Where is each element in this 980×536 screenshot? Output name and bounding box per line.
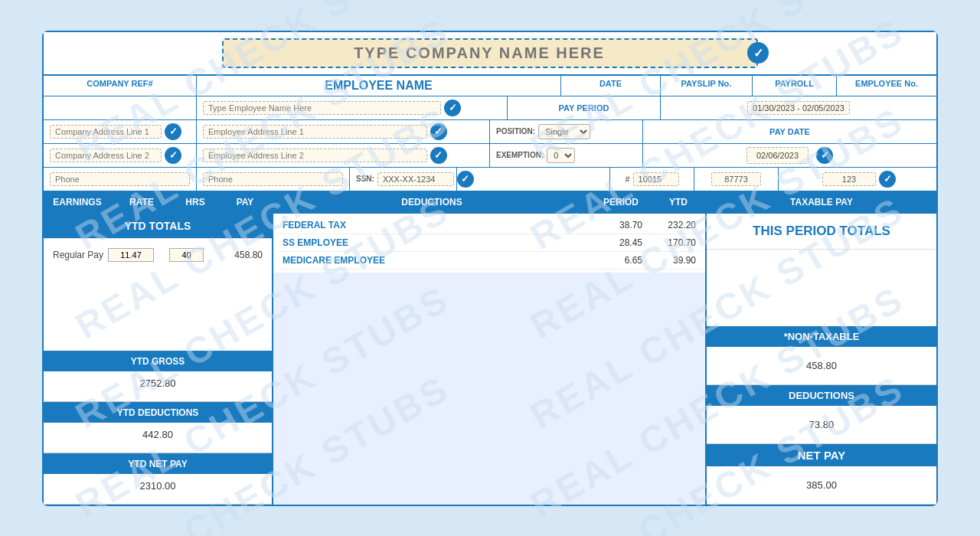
medicare-employee-row: MEDICARE EMPLOYEE 6.65 39.90 — [276, 252, 702, 270]
earning-rate-cell[interactable] — [108, 248, 169, 262]
info-row-3: ✓ ✓ EXEMPTION: 0 1 2 02/06/2023 ✓ — [44, 144, 936, 168]
col-date: DATE — [561, 76, 661, 96]
pay-period-label-cell: PAY PERIOD — [508, 96, 661, 119]
employee-no-cell[interactable]: ✓ — [779, 168, 939, 191]
employee-addr2-cell[interactable]: ✓ — [197, 144, 490, 167]
company-phone-input[interactable] — [50, 172, 190, 186]
employee-addr1-check: ✓ — [430, 123, 447, 140]
this-period-totals-label: THIS PERIOD TOTALS — [707, 214, 936, 250]
info-row-1: ✓ PAY PERIOD 01/30/2023 - 02/05/2023 — [44, 96, 936, 120]
payslip-hash-cell: # — [610, 168, 694, 191]
center-empty-area — [273, 273, 705, 505]
pay-date-label-cell: PAY DATE — [643, 120, 936, 143]
employee-addr2-input[interactable] — [203, 149, 427, 162]
company-name-input[interactable] — [222, 38, 758, 68]
deductions-header-row: DEDUCTIONS PERIOD YTD — [273, 192, 707, 212]
ytd-deductions-label: YTD DEDUCTIONS — [44, 402, 272, 423]
employee-addr1-cell[interactable]: ✓ — [197, 120, 490, 143]
info-row-4: SSN: ✓ # ✓ — [44, 168, 936, 191]
this-period-totals-text: THIS PERIOD TOTALS — [713, 223, 930, 240]
company-addr1-cell[interactable]: ✓ — [44, 120, 197, 143]
position-label-cell: POSITION: Single Married — [490, 120, 643, 143]
pay-date-value: 02/06/2023 — [746, 147, 808, 164]
left-spacer — [44, 284, 272, 351]
right-column: THIS PERIOD TOTALS *NON-TAXABLE 458.80 D… — [707, 214, 936, 505]
col-company-ref: COMPANY REF# — [44, 76, 197, 96]
rate-col-header: RATE — [111, 192, 172, 212]
earnings-row-1: Regular Pay 458.80 — [47, 245, 269, 265]
deductions-data-area: FEDERAL TAX 38.70 232.20 SS EMPLOYEE 28.… — [273, 214, 705, 273]
deductions-total-section: DEDUCTIONS 73.80 — [707, 385, 936, 444]
employee-addr1-input[interactable] — [203, 125, 427, 139]
company-name-check-icon: ✓ — [747, 42, 769, 64]
federal-tax-ytd: 232.20 — [642, 220, 696, 230]
ytd-deductions-value: 442.80 — [44, 423, 272, 453]
company-name-wrapper: ✓ — [222, 38, 758, 68]
info-row-2: ✓ ✓ POSITION: Single Married PAY DATE — [44, 120, 936, 144]
rate-input[interactable] — [108, 248, 154, 262]
medicare-employee-label: MEDICARE EMPLOYEE — [283, 255, 581, 266]
federal-tax-row: FEDERAL TAX 38.70 232.20 — [276, 217, 702, 234]
ytd-net-pay-label: YTD NET PAY — [44, 453, 272, 474]
employee-phone-cell[interactable] — [197, 168, 350, 191]
employee-name-cell[interactable]: ✓ — [197, 96, 508, 119]
info-section: ✓ PAY PERIOD 01/30/2023 - 02/05/2023 ✓ ✓… — [44, 96, 936, 192]
federal-tax-label: FEDERAL TAX — [283, 220, 581, 230]
exemption-select[interactable]: 0 1 2 — [547, 148, 575, 163]
col-employee-no: EMPLOYEE No. — [837, 76, 936, 96]
ytd-gross-value: 2752.80 — [44, 371, 272, 402]
ssn-label: SSN: — [356, 175, 374, 183]
company-addr1-input[interactable] — [50, 125, 162, 139]
pay-date-check: ✓ — [816, 147, 833, 164]
pay-col-header: PAY — [218, 192, 272, 212]
non-taxable-section: *NON-TAXABLE 458.80 — [707, 326, 936, 385]
non-taxable-label: *NON-TAXABLE — [707, 326, 936, 347]
pay-date-value-cell[interactable]: 02/06/2023 ✓ — [643, 144, 936, 167]
employee-name-input[interactable] — [203, 101, 441, 115]
payroll-cell[interactable] — [694, 168, 779, 191]
employee-phone-input[interactable] — [203, 172, 343, 186]
payslip-number-input[interactable] — [633, 172, 679, 186]
right-spacer — [707, 250, 936, 326]
column-headers: COMPANY REF# EMPLOYEE NAME DATE PAYSLIP … — [44, 74, 936, 96]
ss-employee-ytd: 170.70 — [642, 237, 696, 248]
period-col-header: PERIOD — [590, 192, 652, 212]
ssn-cell[interactable]: SSN: ✓ — [350, 168, 457, 191]
pay-date-label: PAY DATE — [769, 127, 810, 136]
exemption-cell: EXEMPTION: 0 1 2 — [490, 144, 643, 167]
pay-period-value-cell: 01/30/2023 - 02/05/2023 — [661, 96, 936, 119]
ytd-net-pay-section: YTD NET PAY 2310.00 — [44, 453, 272, 505]
main-table-headers: EARNINGS RATE HRS PAY DEDUCTIONS PERIOD … — [44, 192, 936, 214]
col-payroll: PAYROLL — [753, 76, 837, 96]
net-pay-value: 385.00 — [707, 466, 936, 505]
ssn-input[interactable] — [377, 172, 454, 186]
medicare-employee-period: 6.65 — [581, 255, 642, 266]
earnings-data-area: Regular Pay 458.80 — [44, 239, 272, 284]
non-taxable-value: 458.80 — [707, 347, 936, 385]
ytd-deductions-section: YTD DEDUCTIONS 442.80 — [44, 402, 272, 453]
employee-no-input[interactable] — [822, 172, 876, 186]
paydate-field-cell — [457, 168, 610, 191]
left-column: YTD TOTALS Regular Pay 458.80 YTD GROSS — [44, 214, 273, 505]
main-table-body: YTD TOTALS Regular Pay 458.80 YTD GROSS — [44, 214, 936, 505]
col-employee-name: EMPLOYEE NAME — [197, 76, 561, 96]
pay-period-value: 01/30/2023 - 02/05/2023 — [747, 101, 850, 115]
ytd-gross-section: YTD GROSS 2752.80 — [44, 351, 272, 402]
employee-addr2-check: ✓ — [430, 147, 447, 164]
ss-employee-period: 28.45 — [581, 237, 642, 248]
company-addr2-check: ✓ — [165, 147, 181, 164]
ytd-totals-label: YTD TOTALS — [44, 214, 272, 239]
ss-employee-label: SS EMPLOYEE — [283, 237, 581, 248]
company-ref-cell — [44, 96, 197, 119]
payroll-input[interactable] — [711, 172, 761, 186]
hrs-input[interactable] — [169, 248, 204, 262]
company-addr2-cell[interactable]: ✓ — [44, 144, 197, 167]
position-select[interactable]: Single Married — [538, 124, 590, 139]
company-phone-cell[interactable] — [44, 168, 197, 191]
ytd-gross-label: YTD GROSS — [44, 351, 272, 371]
medicare-employee-ytd: 39.90 — [642, 255, 696, 266]
earning-hrs-cell[interactable] — [169, 248, 215, 262]
col-payslip: PAYSLIP No. — [661, 76, 753, 96]
ytd-col-header: YTD — [652, 192, 705, 212]
company-addr2-input[interactable] — [50, 149, 162, 162]
